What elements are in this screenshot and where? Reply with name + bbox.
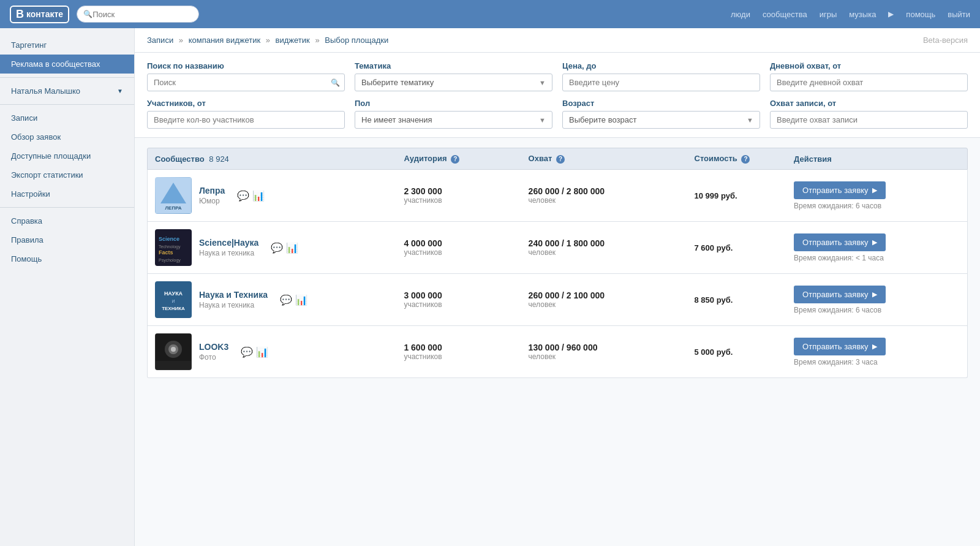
wait-time-science: Время ожидания: < 1 часа: [794, 254, 884, 262]
filter-gender-value: Не имеет значения: [361, 115, 432, 124]
breadcrumb-bar: Записи » компания виджетик » виджетик » …: [135, 28, 980, 53]
filter-name-input[interactable]: [147, 74, 345, 91]
filter-price-label: Цена, до: [562, 61, 760, 70]
sidebar-user-arrow-icon: ▼: [117, 88, 123, 94]
community-info-science: Science|Наука Наука и техника: [199, 238, 258, 257]
audience-hint-icon[interactable]: ?: [451, 155, 459, 164]
sidebar-item-rules[interactable]: Правила: [0, 230, 134, 249]
stats-icon-lepra[interactable]: 📊: [252, 190, 265, 202]
breadcrumb-widget[interactable]: виджетик: [276, 36, 310, 45]
message-icon-look3[interactable]: 💬: [241, 346, 253, 358]
global-search-box[interactable]: 🔍: [77, 6, 199, 23]
actions-cell-look3: Отправить заявку ▶ Время ожидания: 3 час…: [794, 338, 960, 366]
community-name-science[interactable]: Science|Наука: [199, 238, 258, 248]
filter-theme-select[interactable]: Выберите тематику ▼: [355, 74, 552, 91]
table-section: Сообщество 8 924 Аудитория ? Охват ? Сто…: [135, 138, 980, 388]
reach-number-lepra: 260 000 / 2 800 000: [529, 186, 695, 196]
nav-logout[interactable]: выйти: [948, 10, 970, 19]
community-name-look3[interactable]: LOOK3: [199, 342, 228, 352]
sidebar-item-platforms[interactable]: Доступные площадки: [0, 146, 134, 165]
nav-help[interactable]: помощь: [906, 10, 935, 19]
table-row: LOOK3 Фото 💬 📊 1 600 000 участников 130 …: [147, 326, 968, 378]
nav-music[interactable]: музыка: [849, 10, 876, 19]
filter-name-input-wrap: 🔍: [147, 74, 345, 91]
breadcrumb-sep-1: »: [179, 36, 186, 45]
svg-text:ТЕХНИКА: ТЕХНИКА: [162, 306, 185, 311]
sidebar-item-help[interactable]: Справка: [0, 211, 134, 230]
reach-label-science: человек: [529, 248, 695, 257]
message-icon-science[interactable]: 💬: [271, 242, 283, 254]
filter-gender-arrow-icon: ▼: [539, 116, 546, 124]
sidebar-item-export[interactable]: Экспорт статистики: [0, 165, 134, 184]
btn-arrow-icon-lepra: ▶: [872, 186, 877, 194]
audience-cell-lepra: 2 300 000 участников: [404, 186, 528, 205]
lepra-avatar-image: ЛЕПРА: [156, 178, 191, 213]
filter-price-input[interactable]: [562, 74, 760, 91]
breadcrumb-select-platform: Выбор площадки: [325, 36, 388, 45]
svg-text:НАУКА: НАУКА: [164, 290, 183, 297]
sidebar-item-ads-communities[interactable]: Реклама в сообществах: [0, 55, 134, 74]
send-request-button-lepra[interactable]: Отправить заявку ▶: [794, 181, 886, 199]
stats-icon-look3[interactable]: 📊: [256, 346, 268, 358]
community-icons-nauka: 💬 📊: [280, 294, 307, 306]
breadcrumb-company[interactable]: компания виджетик: [189, 36, 261, 45]
sidebar-item-review[interactable]: Обзор заявок: [0, 127, 134, 146]
table-row: НАУКА И ТЕХНИКА Наука и Техника Наука и …: [147, 274, 968, 326]
stats-icon-nauka[interactable]: 📊: [295, 294, 307, 306]
filter-theme-arrow-icon: ▼: [539, 79, 546, 86]
filter-post-reach-input[interactable]: [770, 111, 968, 129]
sidebar-item-settings[interactable]: Настройки: [0, 184, 134, 203]
sidebar-item-posts[interactable]: Записи: [0, 108, 134, 127]
nav-games[interactable]: игры: [820, 10, 837, 19]
actions-cell-science: Отправить заявку ▶ Время ожидания: < 1 ч…: [794, 233, 960, 262]
price-hint-icon[interactable]: ?: [741, 155, 750, 164]
filter-daily-reach-label: Дневной охват, от: [770, 61, 968, 70]
audience-number-nauka: 3 000 000: [404, 290, 528, 300]
sidebar-item-support[interactable]: Помощь: [0, 249, 134, 268]
filters-section: Поиск по названию 🔍 Тематика Выберите те…: [135, 53, 980, 138]
community-category-look3: Фото: [199, 353, 228, 362]
filter-name-group: Поиск по названию 🔍: [147, 61, 345, 91]
audience-label-nauka: участников: [404, 300, 528, 309]
nav-people[interactable]: люди: [731, 10, 750, 19]
message-icon-nauka[interactable]: 💬: [280, 294, 292, 306]
more-arrow-icon[interactable]: ▶: [888, 10, 894, 18]
reach-label-lepra: человек: [529, 196, 695, 205]
filter-members-label: Участников, от: [147, 99, 345, 108]
audience-number-lepra: 2 300 000: [404, 186, 528, 196]
send-request-button-nauka[interactable]: Отправить заявку ▶: [794, 286, 886, 303]
send-request-button-science[interactable]: Отправить заявку ▶: [794, 233, 886, 251]
table-row: ЛЕПРА Лепра Юмор 💬 📊 2 300 000 участнико…: [147, 170, 968, 222]
filter-age-select[interactable]: Выберите возраст ▼: [562, 111, 760, 129]
community-name-nauka[interactable]: Наука и Техника: [199, 290, 268, 300]
filter-gender-select[interactable]: Не имеет значения ▼: [355, 111, 552, 129]
sidebar-item-targeting[interactable]: Таргетинг: [0, 36, 134, 55]
filter-post-reach-group: Охват записи, от: [770, 99, 968, 129]
price-value-lepra: 10 999 руб.: [695, 191, 737, 200]
message-icon-lepra[interactable]: 💬: [237, 190, 249, 202]
sidebar-user[interactable]: Наталья Малышко ▼: [0, 82, 134, 100]
audience-number-look3: 1 600 000: [404, 343, 528, 352]
reach-cell-science: 240 000 / 1 800 000 человек: [529, 238, 695, 257]
filter-theme-label: Тематика: [355, 61, 552, 70]
vk-logo[interactable]: В контакте: [10, 6, 69, 23]
nav-communities[interactable]: сообщества: [763, 10, 807, 19]
breadcrumb-sep-2: »: [266, 36, 273, 45]
send-request-button-look3[interactable]: Отправить заявку ▶: [794, 338, 886, 355]
community-name-lepra[interactable]: Лепра: [199, 186, 225, 195]
filter-price-group: Цена, до: [562, 61, 760, 91]
stats-icon-science[interactable]: 📊: [286, 242, 298, 254]
actions-cell-nauka: Отправить заявку ▶ Время ожидания: 6 час…: [794, 286, 960, 314]
filter-members-input[interactable]: [147, 111, 345, 129]
btn-arrow-icon-science: ▶: [872, 238, 877, 246]
community-category-science: Наука и техника: [199, 249, 258, 257]
audience-label-lepra: участников: [404, 196, 528, 205]
filter-daily-reach-input[interactable]: [770, 74, 968, 91]
reach-hint-icon[interactable]: ?: [556, 155, 565, 164]
search-icon: 🔍: [83, 10, 92, 18]
breadcrumb: Записи » компания виджетик » виджетик » …: [147, 36, 388, 45]
svg-text:Science: Science: [159, 236, 179, 242]
breadcrumb-posts[interactable]: Записи: [147, 36, 173, 45]
reach-cell-look3: 130 000 / 960 000 человек: [529, 343, 695, 361]
global-search-input[interactable]: [92, 10, 190, 19]
